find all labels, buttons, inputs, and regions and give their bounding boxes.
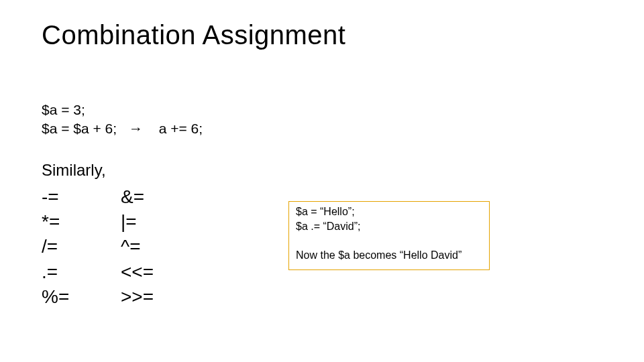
example-line-1: $a = “Hello”; [296,204,482,219]
spacer [296,235,482,248]
intro-block: $a = 3; $a = $a + 6;→ a += 6; [42,101,203,139]
example-line-2: $a .= “David”; [296,219,482,234]
intro-line-2: $a = $a + 6;→ a += 6; [42,119,203,138]
intro-line-1: $a = 3; [42,101,203,119]
op-item: %= [42,284,69,309]
example-result: Now the $a becomes “Hello David” [296,248,482,263]
op-item: .= [42,259,69,284]
op-item: ^= [121,234,154,259]
intro-line-2a: $a = $a + 6; [42,121,117,136]
op-item: |= [121,209,154,234]
intro-line-2b: a += 6; [159,121,203,136]
slide-title: Combination Assignment [42,20,345,50]
operators-column-2: &= |= ^= <<= >>= [121,184,154,309]
example-box: $a = “Hello”; $a .= “David”; Now the $a … [288,201,490,270]
op-item: &= [121,184,154,209]
slide: Combination Assignment $a = 3; $a = $a +… [0,0,644,362]
arrow-right-icon: → [129,119,143,138]
op-item: >>= [121,284,154,309]
operators-column-1: -= *= /= .= %= [42,184,69,309]
op-item: *= [42,209,69,234]
op-item: -= [42,184,69,209]
op-item: /= [42,234,69,259]
similarly-label: Similarly, [42,161,106,180]
op-item: <<= [121,259,154,284]
